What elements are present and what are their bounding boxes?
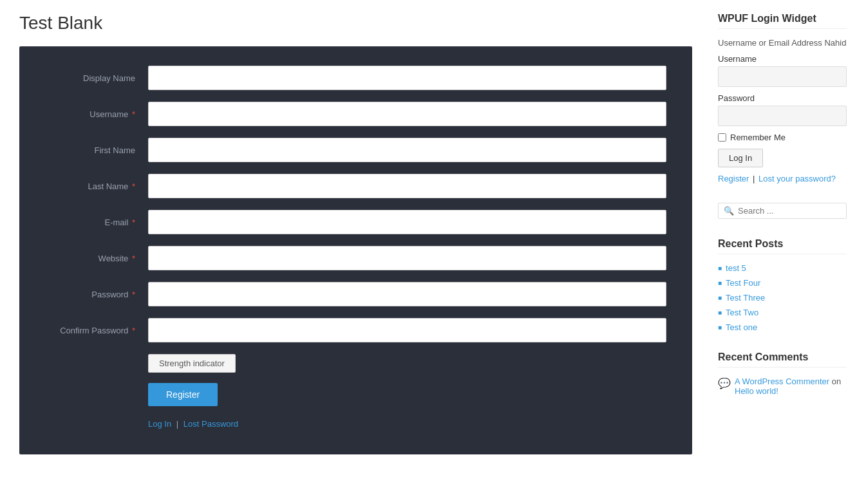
post-icon: ■ bbox=[718, 265, 722, 272]
remember-me-label: Remember Me bbox=[730, 133, 786, 142]
form-row-display-name: Display Name bbox=[45, 66, 666, 90]
input-username[interactable] bbox=[148, 102, 666, 126]
form-row-password: Password * bbox=[45, 282, 666, 306]
input-confirm-password[interactable] bbox=[148, 318, 666, 342]
list-item: ■ Test Two bbox=[718, 308, 847, 317]
post-link[interactable]: Test one bbox=[726, 322, 757, 332]
label-first-name: First Name bbox=[45, 145, 148, 155]
search-widget: 🔍 bbox=[718, 203, 847, 219]
page-title: Test Blank bbox=[19, 13, 692, 33]
form-row-email: E-mail * bbox=[45, 210, 666, 234]
input-email[interactable] bbox=[148, 210, 666, 234]
comment-text: A WordPress Commenter on Hello world! bbox=[735, 377, 847, 396]
login-link[interactable]: Log In bbox=[148, 419, 171, 429]
recent-posts-widget: Recent Posts ■ test 5 ■ Test Four ■ Test… bbox=[718, 238, 847, 332]
label-last-name: Last Name * bbox=[45, 182, 148, 191]
input-password[interactable] bbox=[148, 282, 666, 306]
recent-posts-list: ■ test 5 ■ Test Four ■ Test Three ■ Test… bbox=[718, 263, 847, 332]
login-button[interactable]: Log In bbox=[718, 149, 763, 167]
login-password-label: Password bbox=[718, 93, 847, 103]
register-button[interactable]: Register bbox=[148, 383, 218, 406]
login-password-input[interactable] bbox=[718, 106, 847, 126]
search-input[interactable] bbox=[738, 206, 841, 216]
input-first-name[interactable] bbox=[148, 138, 666, 162]
list-item: 💬 A WordPress Commenter on Hello world! bbox=[718, 377, 847, 396]
lost-password-link[interactable]: Lost Password bbox=[184, 419, 238, 429]
registration-form: Display Name Username * First Name Last … bbox=[19, 46, 692, 454]
login-widget-links: Register | Lost your password? bbox=[718, 174, 847, 183]
form-row-first-name: First Name bbox=[45, 138, 666, 162]
post-link[interactable]: Test Two bbox=[726, 308, 758, 317]
label-display-name: Display Name bbox=[45, 73, 148, 83]
sidebar: WPUF Login Widget Username or Email Addr… bbox=[718, 13, 847, 454]
post-icon: ■ bbox=[718, 324, 722, 331]
register-link[interactable]: Register bbox=[718, 174, 749, 183]
comment-post-link[interactable]: Hello world! bbox=[735, 386, 778, 396]
post-link[interactable]: test 5 bbox=[726, 263, 746, 273]
strength-indicator-btn: Strength indicator bbox=[148, 354, 236, 373]
login-username-label: Username bbox=[718, 54, 847, 64]
post-icon: ■ bbox=[718, 309, 722, 316]
label-username: Username * bbox=[45, 109, 148, 119]
search-box: 🔍 bbox=[718, 203, 847, 219]
list-item: ■ Test Three bbox=[718, 293, 847, 303]
main-content: Test Blank Display Name Username * First… bbox=[19, 13, 718, 454]
required-star-website: * bbox=[132, 254, 135, 263]
login-hint-text: Username or Email Address Nahid bbox=[718, 38, 847, 48]
list-item: ■ Test Four bbox=[718, 278, 847, 288]
search-icon: 🔍 bbox=[724, 206, 734, 216]
label-website: Website * bbox=[45, 254, 148, 263]
comment-on-text: on bbox=[832, 377, 841, 386]
recent-comments-list: 💬 A WordPress Commenter on Hello world! bbox=[718, 377, 847, 396]
required-star-last-name: * bbox=[132, 182, 135, 191]
lost-password-widget-link[interactable]: Lost your password? bbox=[758, 174, 836, 183]
required-star: * bbox=[132, 109, 135, 119]
input-last-name[interactable] bbox=[148, 174, 666, 198]
recent-comments-title: Recent Comments bbox=[718, 351, 847, 368]
form-row-website: Website * bbox=[45, 246, 666, 270]
widget-links-sep: | bbox=[753, 174, 755, 183]
login-widget-title: WPUF Login Widget bbox=[718, 13, 847, 29]
input-website[interactable] bbox=[148, 246, 666, 270]
required-star-email: * bbox=[132, 218, 135, 227]
remember-me-row: Remember Me bbox=[718, 133, 847, 142]
remember-me-checkbox[interactable] bbox=[718, 133, 726, 142]
form-row-last-name: Last Name * bbox=[45, 174, 666, 198]
label-confirm-password: Confirm Password * bbox=[45, 326, 148, 335]
commenter-link[interactable]: A WordPress Commenter bbox=[735, 377, 829, 386]
post-link[interactable]: Test Four bbox=[726, 278, 760, 288]
post-link[interactable]: Test Three bbox=[726, 293, 765, 303]
label-email: E-mail * bbox=[45, 218, 148, 227]
required-star-password: * bbox=[132, 290, 135, 299]
post-icon: ■ bbox=[718, 279, 722, 286]
login-widget: WPUF Login Widget Username or Email Addr… bbox=[718, 13, 847, 183]
comment-icon: 💬 bbox=[718, 377, 731, 389]
recent-posts-title: Recent Posts bbox=[718, 238, 847, 254]
form-links: Log In | Lost Password bbox=[148, 419, 666, 429]
label-password: Password * bbox=[45, 290, 148, 299]
list-item: ■ test 5 bbox=[718, 263, 847, 273]
post-icon: ■ bbox=[718, 294, 722, 301]
login-username-input[interactable] bbox=[718, 66, 847, 87]
form-row-confirm-password: Confirm Password * bbox=[45, 318, 666, 342]
recent-comments-widget: Recent Comments 💬 A WordPress Commenter … bbox=[718, 351, 847, 396]
list-item: ■ Test one bbox=[718, 322, 847, 332]
links-separator: | bbox=[176, 419, 178, 429]
form-row-username: Username * bbox=[45, 102, 666, 126]
required-star-confirm-password: * bbox=[132, 326, 135, 335]
input-display-name[interactable] bbox=[148, 66, 666, 90]
